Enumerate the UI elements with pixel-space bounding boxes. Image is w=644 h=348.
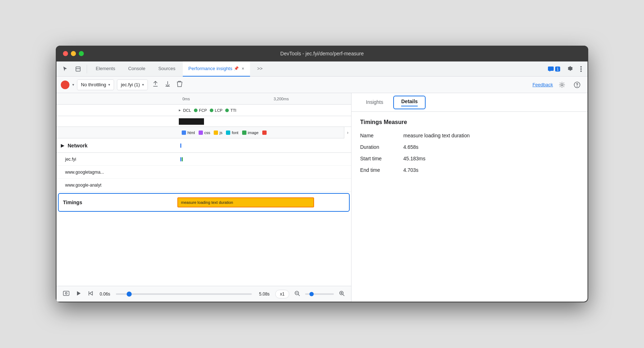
- devtools-window: DevTools - jec.fyi/demo/perf-measure Ele…: [56, 46, 588, 302]
- legend-css: css: [199, 130, 210, 135]
- marker-dcl: ▸ DCL: [179, 108, 191, 113]
- zoom-in-icon[interactable]: [337, 289, 347, 299]
- markers-row: ▸ DCL FCP LCP: [56, 105, 351, 116]
- close-button[interactable]: [63, 51, 68, 56]
- tab-insights[interactable]: Insights: [359, 93, 390, 112]
- insights-panel: Insights Details Timings Measure Name me…: [352, 93, 588, 302]
- settings-icon[interactable]: [564, 64, 576, 74]
- speed-selector[interactable]: x1: [275, 290, 289, 298]
- minimize-button[interactable]: [71, 51, 76, 56]
- playback-slider[interactable]: [116, 293, 252, 295]
- svg-line-15: [343, 294, 345, 296]
- screenshot-icon[interactable]: [61, 289, 72, 299]
- expand-panel-button[interactable]: ›: [344, 127, 351, 138]
- more-options-icon[interactable]: [577, 64, 585, 74]
- details-underline: [401, 106, 418, 106]
- cursor-icon[interactable]: [59, 64, 71, 74]
- legend-image: image: [242, 130, 259, 135]
- detail-row-end: End time 4.703s: [360, 167, 579, 173]
- tti-dot: [225, 109, 229, 112]
- throttling-dropdown[interactable]: No throttling ▾: [77, 79, 114, 90]
- tab-console[interactable]: Console: [122, 61, 151, 77]
- blue-bar-row: [56, 116, 351, 127]
- fullscreen-button[interactable]: [79, 51, 84, 56]
- feedback-link[interactable]: Feedback: [532, 82, 553, 87]
- markers-content: ▸ DCL FCP LCP: [179, 108, 351, 113]
- messages-button[interactable]: 1: [545, 65, 563, 73]
- play-button[interactable]: [74, 289, 83, 299]
- tab-overflow[interactable]: >>: [251, 61, 268, 77]
- detail-value-duration: 4.658s: [403, 144, 418, 150]
- insights-section-title: Timings Measure: [360, 119, 579, 125]
- detail-key-end: End time: [360, 167, 403, 173]
- help-icon[interactable]: [571, 79, 583, 90]
- timings-row[interactable]: Timings measure loading text duration: [58, 193, 350, 212]
- tab-bar: Elements Console Sources Performance ins…: [56, 61, 588, 77]
- trash-button[interactable]: [175, 79, 184, 90]
- svg-point-3: [580, 68, 582, 70]
- download-button[interactable]: [163, 79, 172, 90]
- window-title: DevTools - jec.fyi/demo/perf-measure: [280, 51, 364, 56]
- tab-performance-insights[interactable]: Performance insights 📌 ×: [183, 61, 250, 77]
- zoom-out-icon[interactable]: [292, 289, 302, 299]
- net-bar-2: [182, 157, 183, 161]
- svg-rect-0: [76, 67, 80, 71]
- network-item-3-label: www.google-analyt: [56, 183, 179, 188]
- network-item-2-label: www.googletagma...: [56, 170, 179, 175]
- network-item-1: jec.fyi: [56, 153, 351, 166]
- timeline-panel: 0ms 3,200ms ▸ DCL: [56, 93, 352, 302]
- ruler-time-start: 0ms: [182, 97, 190, 101]
- insights-content: Timings Measure Name measure loading tex…: [352, 112, 588, 302]
- timing-bar[interactable]: measure loading text duration: [177, 197, 314, 207]
- flame-chart[interactable]: 0ms 3,200ms ▸ DCL: [56, 93, 351, 286]
- legend-row: html css js: [56, 127, 351, 138]
- marker-lcp: LCP: [210, 108, 222, 113]
- html-color: [182, 130, 186, 135]
- zoom-slider[interactable]: [305, 293, 334, 295]
- js-color: [214, 130, 218, 135]
- skip-to-start-button[interactable]: [86, 289, 95, 299]
- pin-icon: 📌: [234, 66, 239, 71]
- ruler-time-end: 3,200ms: [273, 97, 289, 101]
- lcp-dot: [210, 109, 213, 112]
- marker-tti: TTI: [225, 108, 236, 113]
- detail-row-duration: Duration 4.658s: [360, 144, 579, 150]
- zoom-thumb[interactable]: [309, 292, 314, 296]
- tab-details[interactable]: Details: [393, 96, 426, 109]
- dock-icon[interactable]: [72, 64, 84, 74]
- legend-js: js: [214, 130, 222, 135]
- image-color: [242, 130, 246, 135]
- css-label: css: [204, 130, 210, 135]
- record-button[interactable]: [61, 81, 69, 89]
- svg-line-12: [298, 294, 300, 296]
- record-dropdown-arrow[interactable]: ▾: [72, 83, 74, 87]
- toolbar: ▾ No throttling ▾ jec.fyi (1) ▾ Feedback: [56, 77, 588, 93]
- tab-sources[interactable]: Sources: [153, 61, 181, 77]
- tab-close-icon[interactable]: ×: [242, 66, 244, 71]
- detail-key-duration: Duration: [360, 144, 403, 150]
- svg-point-7: [577, 86, 577, 86]
- upload-button[interactable]: [151, 79, 160, 90]
- tab-elements[interactable]: Elements: [90, 61, 121, 77]
- detail-value-name: measure loading text duration: [403, 133, 470, 138]
- legend-html: html: [182, 130, 195, 135]
- network-item-3-bar: [179, 179, 351, 191]
- main-content: 0ms 3,200ms ▸ DCL: [56, 93, 588, 302]
- title-bar: DevTools - jec.fyi/demo/perf-measure: [56, 46, 588, 61]
- settings-gear-icon[interactable]: [556, 79, 568, 90]
- tab-bar-left: Elements Console Sources Performance ins…: [59, 61, 268, 77]
- detail-key-name: Name: [360, 133, 403, 138]
- network-item-2-bar: [179, 166, 351, 178]
- detail-row-start: Start time 45.183ms: [360, 156, 579, 161]
- detail-value-start: 45.183ms: [403, 156, 425, 161]
- font-label: font: [232, 130, 238, 135]
- net-bar-1: [180, 157, 181, 161]
- network-expand-icon[interactable]: ▶: [61, 143, 64, 148]
- playback-thumb[interactable]: [127, 292, 132, 297]
- url-dropdown[interactable]: jec.fyi (1) ▾: [117, 79, 148, 90]
- network-item-3: www.google-analyt: [56, 179, 351, 192]
- detail-row-name: Name measure loading text duration: [360, 133, 579, 138]
- throttling-arrow: ▾: [108, 83, 110, 87]
- font-color: [226, 130, 230, 135]
- toolbar-right: Feedback: [532, 79, 583, 90]
